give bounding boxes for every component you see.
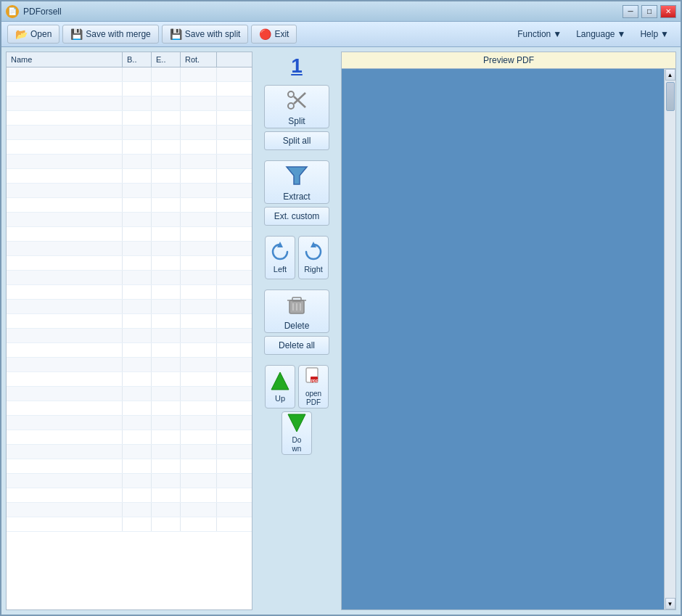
main-content: Name B.. E.. Rot. xyxy=(1,47,681,615)
table-row xyxy=(7,300,252,314)
preview-header: Preview PDF xyxy=(342,52,675,69)
preview-body: ▲ ▼ xyxy=(342,69,675,609)
rotate-right-button[interactable]: Right xyxy=(298,236,329,279)
table-row xyxy=(7,155,252,169)
save-merge-icon: 💾 xyxy=(70,28,83,40)
table-row xyxy=(7,140,252,155)
up-open-pair: Up PDF openPDF xyxy=(265,365,329,408)
save-merge-button[interactable]: 💾 Save with merge xyxy=(62,25,158,44)
title-bar: 📄 PDForsell ─ □ ✕ xyxy=(1,1,681,22)
split-label: Split xyxy=(288,116,305,126)
exit-button[interactable]: 🔴 Exit xyxy=(251,25,297,44)
app-icon: 📄 xyxy=(6,5,19,18)
col-rot-header: Rot. xyxy=(181,52,217,67)
preview-panel: Preview PDF ▲ ▼ xyxy=(341,52,676,610)
right-label: Right xyxy=(304,265,323,274)
ext-custom-label: Ext. custom xyxy=(274,211,320,221)
table-row xyxy=(7,227,252,242)
split-all-label: Split all xyxy=(283,136,311,146)
main-window: 📄 PDForsell ─ □ ✕ 📂 Open 💾 Save with mer… xyxy=(0,0,682,616)
table-row xyxy=(7,82,252,96)
table-row xyxy=(7,372,252,387)
rotate-left-button[interactable]: Left xyxy=(265,236,295,279)
function-menu-button[interactable]: Function ▼ xyxy=(512,26,567,42)
open-pdf-label: openPDF xyxy=(305,390,321,407)
split-button[interactable]: Split xyxy=(264,85,329,128)
table-row xyxy=(7,213,252,227)
table-row xyxy=(7,256,252,271)
save-split-button[interactable]: 💾 Save with split xyxy=(162,25,249,44)
table-row xyxy=(7,358,252,372)
left-label: Left xyxy=(274,265,287,274)
maximize-button[interactable]: □ xyxy=(641,5,657,18)
open-pdf-button[interactable]: PDF openPDF xyxy=(298,365,329,408)
table-row xyxy=(7,401,252,416)
svg-marker-17 xyxy=(288,414,305,432)
close-button[interactable]: ✕ xyxy=(660,5,676,18)
table-row xyxy=(7,198,252,213)
file-list-body[interactable] xyxy=(7,67,252,609)
col-e-header: E.. xyxy=(152,52,181,67)
svg-point-0 xyxy=(288,91,294,97)
col-b-header: B.. xyxy=(123,52,152,67)
help-menu-button[interactable]: Help ▼ xyxy=(634,26,675,42)
down-label: Down xyxy=(292,436,302,453)
table-row xyxy=(7,416,252,430)
delete-button[interactable]: Delete xyxy=(264,289,329,333)
table-row xyxy=(7,387,252,401)
arrow-down-icon xyxy=(287,413,307,433)
table-row xyxy=(7,96,252,111)
file-list-header: Name B.. E.. Rot. xyxy=(7,52,252,67)
table-row xyxy=(7,242,252,256)
scrollbar-down-button[interactable]: ▼ xyxy=(665,598,675,609)
table-row xyxy=(7,488,252,503)
table-row xyxy=(7,343,252,358)
table-row xyxy=(7,459,252,474)
table-row xyxy=(7,271,252,285)
open-button[interactable]: 📂 Open xyxy=(7,25,59,44)
open-icon: 📂 xyxy=(15,28,28,40)
table-row xyxy=(7,503,252,517)
extract-label: Extract xyxy=(283,192,310,202)
ext-custom-button[interactable]: Ext. custom xyxy=(264,207,329,226)
minimize-button[interactable]: ─ xyxy=(623,5,638,18)
table-row xyxy=(7,430,252,445)
arrow-up-icon xyxy=(270,371,290,391)
scissors-icon xyxy=(284,87,310,113)
table-row xyxy=(7,285,252,300)
svg-text:PDF: PDF xyxy=(311,379,319,383)
language-dropdown-icon: ▼ xyxy=(617,29,626,39)
save-split-icon: 💾 xyxy=(170,28,182,40)
language-menu-button[interactable]: Language ▼ xyxy=(570,26,631,42)
table-row xyxy=(7,126,252,140)
extract-button[interactable]: Extract xyxy=(264,160,329,204)
up-button[interactable]: Up xyxy=(265,365,295,408)
scrollbar-up-button[interactable]: ▲ xyxy=(665,69,675,81)
delete-label: Delete xyxy=(284,321,310,331)
help-dropdown-icon: ▼ xyxy=(660,29,669,39)
center-panel: 1 Split Split all xyxy=(257,52,337,610)
window-title: PDForsell xyxy=(23,7,623,17)
table-row xyxy=(7,314,252,329)
svg-point-1 xyxy=(288,103,294,109)
rotate-right-icon xyxy=(303,242,324,262)
toolbar: 📂 Open 💾 Save with merge 💾 Save with spl… xyxy=(1,22,681,47)
svg-marker-13 xyxy=(271,372,289,390)
function-dropdown-icon: ▼ xyxy=(553,29,562,39)
trash-icon xyxy=(284,292,310,318)
table-row xyxy=(7,184,252,198)
rotate-pair: Left Right xyxy=(265,236,329,279)
table-row xyxy=(7,111,252,126)
table-row xyxy=(7,445,252,459)
scrollbar-thumb[interactable] xyxy=(666,82,675,111)
table-row xyxy=(7,517,252,532)
pdf-open-icon: PDF xyxy=(303,366,324,387)
page-number: 1 xyxy=(291,54,303,78)
exit-icon: 🔴 xyxy=(259,28,271,40)
split-all-button[interactable]: Split all xyxy=(264,131,329,150)
svg-marker-4 xyxy=(287,167,307,184)
rotate-left-icon xyxy=(270,242,290,262)
col-name-header: Name xyxy=(7,52,123,67)
delete-all-button[interactable]: Delete all xyxy=(264,336,329,355)
down-button[interactable]: Down xyxy=(282,411,312,455)
